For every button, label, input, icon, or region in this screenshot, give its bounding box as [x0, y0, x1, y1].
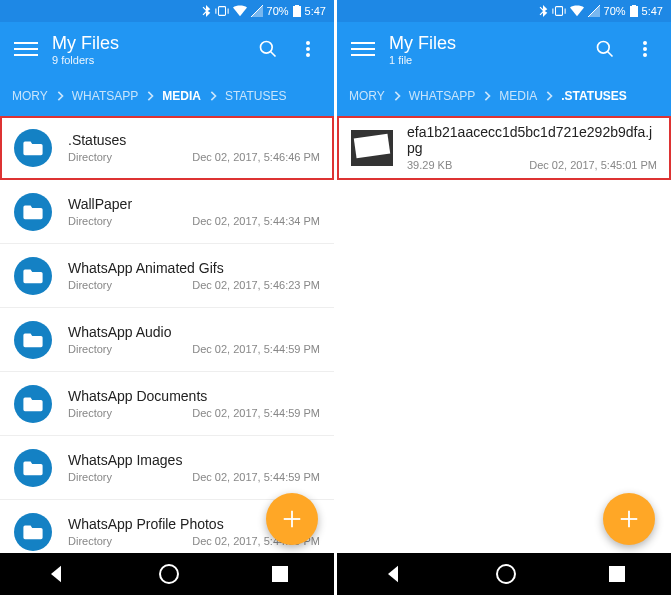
fab-add-button[interactable] — [266, 493, 318, 545]
signal-icon — [588, 5, 600, 17]
list-item[interactable]: WhatsApp Documents Directory Dec 02, 201… — [0, 372, 334, 436]
menu-icon[interactable] — [351, 37, 375, 61]
chevron-right-icon — [545, 91, 553, 101]
app-subtitle: 9 folders — [52, 54, 248, 66]
svg-rect-9 — [632, 5, 636, 7]
breadcrumb-item[interactable]: WHATSAPP — [401, 89, 483, 103]
svg-rect-7 — [555, 7, 562, 16]
item-text: .Statuses Directory Dec 02, 2017, 5:46:4… — [68, 132, 320, 163]
battery-text: 70% — [267, 5, 289, 17]
item-meta: Directory Dec 02, 2017, 5:44:59 PM — [68, 407, 320, 419]
item-type: Directory — [68, 215, 112, 227]
item-date: Dec 02, 2017, 5:44:59 PM — [192, 343, 320, 355]
back-button[interactable] — [46, 564, 66, 584]
list-item[interactable]: efa1b21aacecc1d5bc1d721e292b9dfa.jpg 39.… — [337, 116, 671, 180]
chevron-right-icon — [56, 91, 64, 101]
overflow-button[interactable] — [625, 29, 665, 69]
item-date: Dec 02, 2017, 5:45:01 PM — [529, 159, 657, 171]
bluetooth-icon — [538, 5, 548, 17]
menu-icon[interactable] — [14, 37, 38, 61]
vibrate-icon — [215, 5, 229, 17]
item-name: WhatsApp Images — [68, 452, 320, 468]
recents-button[interactable] — [609, 566, 625, 582]
item-type: Directory — [68, 151, 112, 163]
status-bar: 70% 5:47 — [0, 0, 334, 22]
breadcrumb-item[interactable]: .STATUSES — [553, 89, 635, 103]
item-name: .Statuses — [68, 132, 320, 148]
app-subtitle: 1 file — [389, 54, 585, 66]
breadcrumb-item[interactable]: MEDIA — [491, 89, 545, 103]
search-icon — [258, 39, 278, 59]
toolbar: My Files 1 file — [337, 22, 671, 76]
svg-point-3 — [261, 42, 273, 54]
item-date: Dec 02, 2017, 5:46:23 PM — [192, 279, 320, 291]
wifi-icon — [570, 5, 584, 17]
list-item[interactable]: .Statuses Directory Dec 02, 2017, 5:46:4… — [0, 116, 334, 180]
item-type: Directory — [68, 535, 112, 547]
clock-text: 5:47 — [642, 5, 663, 17]
plus-icon — [281, 508, 303, 530]
svg-point-13 — [643, 53, 647, 57]
list-item[interactable]: WhatsApp Animated Gifs Directory Dec 02,… — [0, 244, 334, 308]
back-button[interactable] — [383, 564, 403, 584]
svg-rect-1 — [293, 6, 301, 17]
svg-point-6 — [306, 53, 310, 57]
item-text: efa1b21aacecc1d5bc1d721e292b9dfa.jpg 39.… — [407, 124, 657, 171]
phone-right-pane: 70% 5:47 My Files 1 file MORYWHATSAPPMED… — [337, 0, 671, 595]
item-name: WhatsApp Audio — [68, 324, 320, 340]
folder-icon — [14, 449, 52, 487]
file-list: .Statuses Directory Dec 02, 2017, 5:46:4… — [0, 116, 334, 553]
item-name: WhatsApp Documents — [68, 388, 320, 404]
list-item[interactable]: WallPaper Directory Dec 02, 2017, 5:44:3… — [0, 180, 334, 244]
breadcrumb-item[interactable]: STATUSES — [217, 89, 295, 103]
item-text: WhatsApp Images Directory Dec 02, 2017, … — [68, 452, 320, 483]
search-button[interactable] — [248, 29, 288, 69]
wifi-icon — [233, 5, 247, 17]
item-type: Directory — [68, 343, 112, 355]
battery-icon — [293, 5, 301, 17]
svg-point-12 — [643, 47, 647, 51]
nav-bar — [337, 553, 671, 595]
recents-button[interactable] — [272, 566, 288, 582]
item-type: Directory — [68, 407, 112, 419]
item-type: Directory — [68, 471, 112, 483]
item-text: WhatsApp Animated Gifs Directory Dec 02,… — [68, 260, 320, 291]
home-button[interactable] — [159, 564, 179, 584]
item-date: Dec 02, 2017, 5:44:59 PM — [192, 471, 320, 483]
nav-bar — [0, 553, 334, 595]
toolbar: My Files 9 folders — [0, 22, 334, 76]
svg-rect-0 — [218, 7, 225, 16]
folder-icon — [14, 129, 52, 167]
item-name: WallPaper — [68, 196, 320, 212]
list-item[interactable]: WhatsApp Images Directory Dec 02, 2017, … — [0, 436, 334, 500]
chevron-right-icon — [146, 91, 154, 101]
item-meta: Directory Dec 02, 2017, 5:46:23 PM — [68, 279, 320, 291]
title-block: My Files 1 file — [389, 33, 585, 66]
bluetooth-icon — [201, 5, 211, 17]
item-date: Dec 02, 2017, 5:46:46 PM — [192, 151, 320, 163]
home-button[interactable] — [496, 564, 516, 584]
breadcrumb: MORYWHATSAPPMEDIA.STATUSES — [337, 76, 671, 116]
svg-point-10 — [598, 42, 610, 54]
more-icon — [643, 41, 647, 57]
folder-icon — [14, 321, 52, 359]
status-bar: 70% 5:47 — [337, 0, 671, 22]
chevron-right-icon — [209, 91, 217, 101]
more-icon — [306, 41, 310, 57]
overflow-button[interactable] — [288, 29, 328, 69]
breadcrumb-item[interactable]: MORY — [341, 89, 393, 103]
breadcrumb-item[interactable]: WHATSAPP — [64, 89, 146, 103]
list-item[interactable]: WhatsApp Audio Directory Dec 02, 2017, 5… — [0, 308, 334, 372]
chevron-right-icon — [483, 91, 491, 101]
folder-icon — [14, 193, 52, 231]
fab-add-button[interactable] — [603, 493, 655, 545]
chevron-right-icon — [393, 91, 401, 101]
svg-rect-2 — [295, 5, 299, 7]
item-meta: 39.29 KB Dec 02, 2017, 5:45:01 PM — [407, 159, 657, 171]
battery-icon — [630, 5, 638, 17]
item-name: WhatsApp Animated Gifs — [68, 260, 320, 276]
breadcrumb-item[interactable]: MORY — [4, 89, 56, 103]
search-button[interactable] — [585, 29, 625, 69]
item-type: 39.29 KB — [407, 159, 452, 171]
breadcrumb-item[interactable]: MEDIA — [154, 89, 209, 103]
